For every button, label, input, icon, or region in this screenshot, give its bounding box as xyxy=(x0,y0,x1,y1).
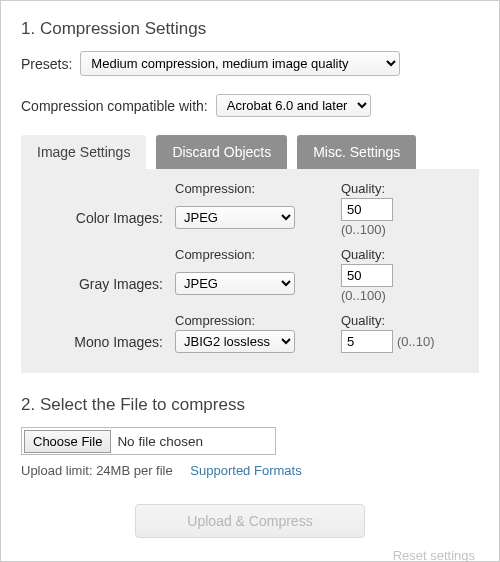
supported-formats-link[interactable]: Supported Formats xyxy=(190,463,301,478)
file-status-text: No file chosen xyxy=(113,434,203,449)
mono-images-label: Mono Images: xyxy=(37,334,167,350)
mono-compression-select[interactable]: JBIG2 lossless xyxy=(175,330,295,353)
tab-image-settings[interactable]: Image Settings xyxy=(21,135,146,169)
quality-header: Quality: xyxy=(341,181,441,196)
compression-header: Compression: xyxy=(175,181,295,196)
tab-misc-settings[interactable]: Misc. Settings xyxy=(297,135,416,169)
presets-label: Presets: xyxy=(21,56,72,72)
gray-compression-select[interactable]: JPEG xyxy=(175,272,295,295)
settings-panel: 1. Compression Settings Presets: Medium … xyxy=(0,0,500,562)
file-input[interactable]: Choose File No file chosen xyxy=(21,427,276,455)
gray-quality-input[interactable] xyxy=(341,264,393,287)
section1-title: 1. Compression Settings xyxy=(21,19,479,39)
compat-label: Compression compatible with: xyxy=(21,98,208,114)
reset-settings-link[interactable]: Reset settings xyxy=(21,548,479,562)
color-quality-input[interactable] xyxy=(341,198,393,221)
gray-quality-range: (0..100) xyxy=(341,288,386,303)
upload-limit-text: Upload limit: 24MB per file xyxy=(21,463,173,478)
section2-title: 2. Select the File to compress xyxy=(21,395,479,415)
color-quality-range: (0..100) xyxy=(341,222,386,237)
tab-discard-objects[interactable]: Discard Objects xyxy=(156,135,287,169)
presets-select[interactable]: Medium compression, medium image quality xyxy=(80,51,400,76)
upload-compress-button[interactable]: Upload & Compress xyxy=(135,504,365,538)
compat-select[interactable]: Acrobat 6.0 and later xyxy=(216,94,371,117)
color-images-label: Color Images: xyxy=(37,210,167,226)
mono-quality-input[interactable] xyxy=(341,330,393,353)
gray-images-label: Gray Images: xyxy=(37,276,167,292)
choose-file-button[interactable]: Choose File xyxy=(24,430,111,453)
mono-quality-range: (0..10) xyxy=(397,334,435,349)
image-settings-panel: Compression: Quality: Color Images: JPEG… xyxy=(21,169,479,373)
color-compression-select[interactable]: JPEG xyxy=(175,206,295,229)
